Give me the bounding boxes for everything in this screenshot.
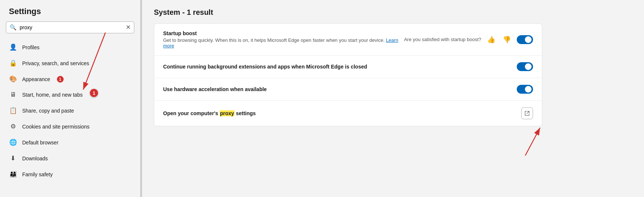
proxy-settings-title: Open your computer's proxy settings bbox=[163, 110, 521, 116]
search-box-container: 🔍 ✕ bbox=[6, 21, 134, 33]
sidebar-item-label: Appearance bbox=[22, 76, 50, 82]
thumbs-down-button[interactable]: 👎 bbox=[501, 35, 512, 44]
sidebar-item-label: Start, home, and new tabs bbox=[22, 92, 82, 98]
downloads-icon: ⬇ bbox=[9, 154, 17, 162]
background-extensions-title: Continue running background extensions a… bbox=[163, 64, 517, 70]
background-extensions-info: Continue running background extensions a… bbox=[163, 64, 517, 70]
external-link-icon bbox=[524, 110, 530, 116]
sidebar-item-default-browser[interactable]: 🌐 Default browser bbox=[0, 134, 140, 150]
sidebar-item-family-safety[interactable]: 👨‍👩‍👧 Family safety bbox=[0, 166, 140, 182]
proxy-settings-controls: 2 bbox=[521, 107, 533, 119]
sidebar: Settings 🔍 ✕ 👤 Profiles 🔒 Privacy, searc… bbox=[0, 0, 141, 197]
background-extensions-row: Continue running background extensions a… bbox=[154, 56, 542, 78]
sidebar-title: Settings bbox=[0, 7, 140, 21]
appearance-badge: 1 bbox=[57, 76, 64, 83]
settings-card: Startup boost Get to browsing quickly. W… bbox=[154, 23, 542, 126]
sidebar-item-label: Default browser bbox=[22, 140, 58, 146]
learn-more-link[interactable]: Learn more bbox=[163, 37, 398, 49]
sidebar-item-start-home[interactable]: 🖥 Start, home, and new tabs bbox=[0, 87, 140, 103]
background-extensions-toggle[interactable] bbox=[517, 62, 533, 71]
startup-boost-info: Startup boost Get to browsing quickly. W… bbox=[163, 30, 404, 49]
proxy-settings-info: Open your computer's proxy settings bbox=[163, 110, 521, 116]
main-content: System - 1 result Startup boost Get to b… bbox=[142, 0, 644, 197]
sidebar-item-cookies[interactable]: ⚙ Cookies and site permissions bbox=[0, 118, 140, 134]
search-input[interactable] bbox=[6, 21, 134, 33]
sidebar-item-appearance[interactable]: 🎨 Appearance 1 bbox=[0, 71, 140, 87]
hardware-acceleration-title: Use hardware acceleration when available bbox=[163, 86, 517, 92]
privacy-icon: 🔒 bbox=[9, 59, 17, 67]
startup-boost-toggle[interactable] bbox=[517, 35, 533, 44]
family-safety-icon: 👨‍👩‍👧 bbox=[9, 170, 17, 178]
hardware-acceleration-controls bbox=[517, 85, 533, 94]
page-title: System - 1 result bbox=[154, 8, 632, 17]
profiles-icon: 👤 bbox=[9, 43, 17, 51]
sidebar-item-label: Cookies and site permissions bbox=[22, 124, 90, 130]
open-proxy-settings-button[interactable] bbox=[521, 107, 533, 119]
feedback-label: Are you satisfied with startup boost? bbox=[404, 37, 481, 42]
sidebar-item-downloads[interactable]: ⬇ Downloads bbox=[0, 150, 140, 166]
hardware-acceleration-row: Use hardware acceleration when available bbox=[154, 78, 542, 101]
sidebar-item-label: Privacy, search, and services bbox=[22, 60, 89, 66]
toggle-slider bbox=[517, 62, 533, 71]
hardware-acceleration-toggle[interactable] bbox=[517, 85, 533, 94]
thumbs-up-button[interactable]: 👍 bbox=[486, 35, 497, 44]
sidebar-item-profiles[interactable]: 👤 Profiles bbox=[0, 39, 140, 55]
toggle-slider bbox=[517, 35, 533, 44]
proxy-highlight: proxy bbox=[220, 110, 235, 116]
background-extensions-controls bbox=[517, 62, 533, 71]
startup-boost-desc: Get to browsing quickly. When this is on… bbox=[163, 37, 404, 49]
default-browser-icon: 🌐 bbox=[9, 138, 17, 146]
sidebar-item-label: Share, copy and paste bbox=[22, 108, 74, 114]
startup-boost-title: Startup boost bbox=[163, 30, 404, 36]
appearance-icon: 🎨 bbox=[9, 75, 17, 83]
sidebar-item-share-copy[interactable]: 📋 Share, copy and paste bbox=[0, 103, 140, 118]
sidebar-item-label: Profiles bbox=[22, 44, 40, 50]
proxy-settings-row: Open your computer's proxy settings 2 bbox=[154, 101, 542, 126]
nav-list: 👤 Profiles 🔒 Privacy, search, and servic… bbox=[0, 39, 140, 182]
startup-boost-controls: Are you satisfied with startup boost? 👍 … bbox=[404, 35, 533, 44]
cookies-icon: ⚙ bbox=[9, 123, 17, 130]
start-home-icon: 🖥 bbox=[9, 91, 17, 98]
startup-boost-row: Startup boost Get to browsing quickly. W… bbox=[154, 24, 542, 56]
sidebar-item-label: Family safety bbox=[22, 171, 53, 177]
share-copy-icon: 📋 bbox=[9, 107, 17, 114]
hardware-acceleration-info: Use hardware acceleration when available bbox=[163, 86, 517, 92]
sidebar-item-label: Downloads bbox=[22, 156, 48, 161]
toggle-slider bbox=[517, 85, 533, 94]
search-clear-button[interactable]: ✕ bbox=[126, 24, 131, 30]
sidebar-item-privacy[interactable]: 🔒 Privacy, search, and services bbox=[0, 55, 140, 71]
